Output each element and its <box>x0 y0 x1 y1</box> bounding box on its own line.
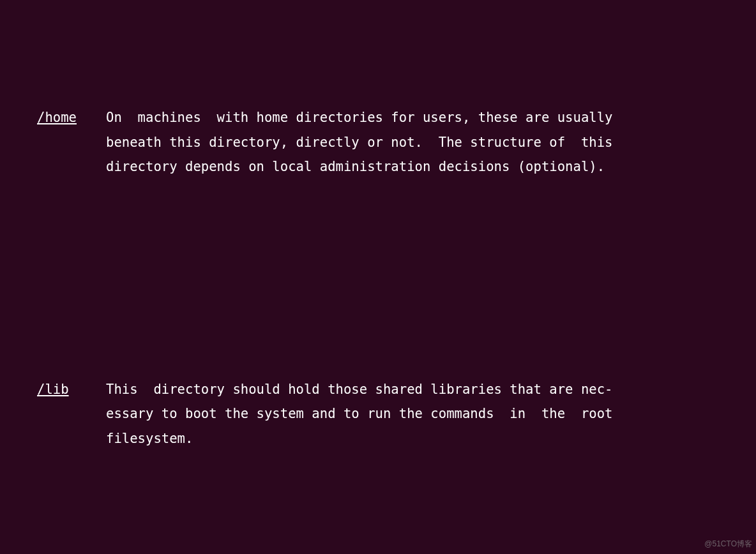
desc-lib: This directory should hold those shared … <box>106 377 723 451</box>
watermark: @51CTO博客 <box>704 537 752 551</box>
entry-lib: /lib This directory should hold those sh… <box>37 377 723 451</box>
man-page-content: /home On machines with home directories … <box>0 0 756 554</box>
blank-line <box>37 253 723 278</box>
path-home: /home <box>37 110 77 125</box>
desc-home: On machines with home directories for us… <box>106 105 723 179</box>
entry-home: /home On machines with home directories … <box>37 105 723 179</box>
path-lib: /lib <box>37 382 69 397</box>
blank-line <box>37 525 723 550</box>
